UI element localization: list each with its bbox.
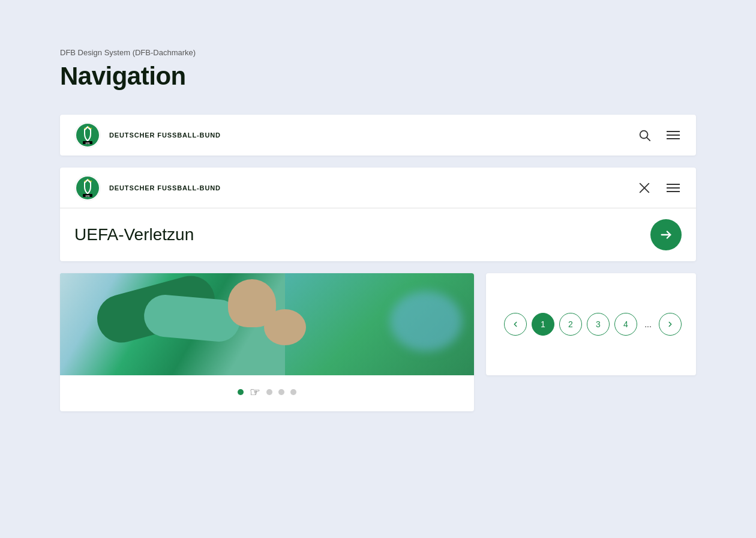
nav-brand-1: DEUTSCHER FUSSBALL-BUND	[109, 131, 221, 139]
chevron-left-icon	[511, 320, 520, 328]
search-input-row	[60, 208, 696, 261]
dfb-logo-2: DFB ★ ★ ★	[74, 175, 101, 201]
svg-text:★: ★	[90, 127, 92, 130]
pagination-page-3[interactable]: 3	[587, 313, 610, 336]
nav-logo-wrap-1: DFB ★ ★ ★ DEUTSCHER FUSSBALL-BUND	[74, 122, 221, 148]
carousel-image-area	[60, 273, 474, 375]
search-submit-button[interactable]	[650, 219, 682, 250]
page-title: Navigation	[60, 62, 696, 91]
search-bar-wrap: DFB ★ ★ ★ DEUTSCHER FUSSBALL-BUND	[60, 168, 696, 261]
arrow-right-icon	[659, 228, 673, 241]
close-button[interactable]	[636, 180, 653, 196]
nav-logo-wrap-2: DFB ★ ★ ★ DEUTSCHER FUSSBALL-BUND	[74, 175, 221, 201]
carousel-dot-4[interactable]	[290, 389, 296, 395]
menu-button-1[interactable]	[665, 127, 682, 144]
nav-brand-2: DEUTSCHER FUSSBALL-BUND	[109, 184, 221, 192]
svg-text:★: ★	[84, 127, 86, 130]
pagination-ellipsis: ...	[642, 319, 654, 329]
chevron-right-icon	[666, 320, 674, 328]
search-input[interactable]	[74, 225, 650, 244]
search-nav-top: DFB ★ ★ ★ DEUTSCHER FUSSBALL-BUND	[60, 168, 696, 208]
search-button-1[interactable]	[636, 127, 653, 144]
pagination-prev-button[interactable]	[504, 313, 527, 336]
svg-text:★: ★	[90, 180, 92, 183]
pagination-page-4[interactable]: 4	[614, 313, 637, 336]
carousel-dot-2[interactable]	[266, 389, 272, 395]
dfb-logo-1: DFB ★ ★ ★	[74, 122, 101, 148]
bg-blue-blur	[390, 291, 462, 351]
nav-actions-2	[636, 180, 682, 196]
pagination-card: 1 2 3 4 ...	[486, 273, 696, 375]
pagination-page-1[interactable]: 1	[532, 313, 554, 336]
hamburger-icon-1	[667, 131, 680, 139]
carousel-card: ☞	[60, 273, 474, 411]
svg-line-8	[647, 138, 650, 141]
page-header: DFB Design System (DFB-Dachmarke) Naviga…	[60, 48, 696, 91]
carousel-cursor: ☞	[250, 385, 260, 399]
svg-text:★: ★	[84, 180, 86, 183]
pagination-next-button[interactable]	[659, 313, 682, 336]
carousel-dots: ☞	[60, 375, 474, 411]
menu-button-2[interactable]	[665, 180, 682, 196]
nav-actions-1	[636, 127, 682, 144]
svg-text:DFB: DFB	[85, 142, 90, 145]
pagination-page-2[interactable]: 2	[559, 313, 582, 336]
pagination-row: 1 2 3 4 ...	[486, 313, 696, 336]
nav-bar-default: DFB ★ ★ ★ DEUTSCHER FUSSBALL-BUND	[60, 115, 696, 156]
search-icon-1	[638, 128, 651, 142]
hamburger-icon-2	[667, 184, 680, 192]
carousel-dot-1[interactable]	[238, 389, 244, 395]
carousel-dot-3[interactable]	[278, 389, 284, 395]
breadcrumb: DFB Design System (DFB-Dachmarke)	[60, 48, 696, 57]
hand-shape-2	[264, 309, 306, 345]
bottom-row: ☞ 1 2 3 4	[60, 273, 696, 411]
close-icon	[638, 181, 651, 195]
svg-text:DFB: DFB	[85, 195, 90, 197]
